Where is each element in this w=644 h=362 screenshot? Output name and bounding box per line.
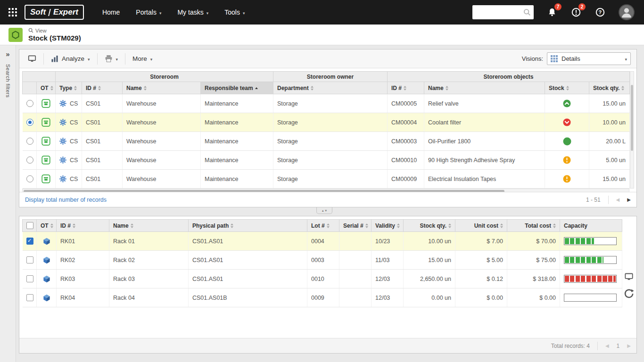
panel-splitter-handle[interactable] [316, 207, 332, 214]
print-button[interactable] [99, 52, 124, 66]
stock-qty: 0.00 un [404, 288, 455, 307]
nav-tools[interactable]: Tools [216, 0, 253, 25]
expand-filters-button[interactable] [6, 50, 9, 58]
column-header-total-cost-10[interactable]: Total cost [507, 220, 560, 232]
department: Storage [273, 132, 388, 151]
nav-portals[interactable]: Portals [128, 0, 169, 25]
next-page-button[interactable] [627, 197, 631, 202]
chevron-down-icon [159, 8, 162, 16]
rack-row-2[interactable]: RK03 Rack 03 CS01.AS01 0010 12/03 2,650.… [23, 270, 622, 288]
object-id: CM00004 [388, 113, 424, 132]
serial [339, 251, 372, 270]
object-cube-icon [43, 275, 50, 283]
column-header-serial-6[interactable]: Serial # [339, 220, 372, 232]
chevron-down-icon [116, 55, 118, 62]
apps-grid-icon [8, 8, 17, 16]
sort-icon [553, 223, 556, 228]
nav-my-tasks[interactable]: My tasks [169, 0, 216, 25]
rack-row-1[interactable]: RK02 Rack 02 CS01.AS01 0003 11/03 15.00 … [23, 251, 622, 270]
type-value: CS [70, 176, 78, 182]
row-select-radio[interactable] [26, 175, 33, 182]
column-header-ot-1[interactable]: OT [37, 220, 57, 232]
validity: 11/03 [372, 251, 404, 270]
column-header-validity-7[interactable]: Validity [372, 220, 404, 232]
select-all-checkbox[interactable] [26, 222, 33, 229]
column-group-storeroom-owner: Storeroom owner [273, 72, 388, 82]
column-header-id-2[interactable]: ID # [57, 220, 109, 232]
help-button[interactable]: ? [594, 7, 606, 18]
vertical-scrollbar-thumb[interactable] [631, 85, 633, 151]
details-grid-icon [551, 55, 558, 62]
row-select-checkbox[interactable] [26, 238, 33, 245]
search-icon[interactable] [523, 8, 531, 18]
nav-home[interactable]: Home [94, 0, 128, 25]
more-button[interactable]: More [127, 52, 158, 66]
next-page-button[interactable] [627, 343, 631, 348]
storeroom-name: Warehouse [123, 151, 201, 170]
softexpert-logo[interactable]: Soft Expert [25, 5, 84, 20]
notifications-button[interactable]: 7 [546, 7, 558, 18]
column-group-storeroom-objects: Storeroom objects [388, 72, 630, 82]
storeroom-row-2[interactable]: CS CS01 Warehouse Maintenance Storage CM… [23, 132, 630, 151]
row-select-radio[interactable] [26, 138, 33, 145]
physical-path: CS01.AS01 [189, 251, 307, 270]
app-launcher-button[interactable] [7, 6, 19, 18]
prev-page-button[interactable] [616, 197, 620, 202]
row-select-radio[interactable] [26, 119, 33, 126]
rack-row-0[interactable]: RK01 Rack 01 CS01.AS01 0004 10/23 10.00 … [23, 232, 622, 251]
storeroom-row-0[interactable]: CS CS01 Warehouse Maintenance Storage CM… [23, 94, 630, 113]
column-group-blank [23, 72, 56, 82]
pending-items-button[interactable]: 2 [570, 7, 582, 18]
storeroom-row-4[interactable]: CS CS01 Warehouse Maintenance Storage CM… [23, 170, 630, 189]
storeroom-row-1[interactable]: CS CS01 Warehouse Maintenance Storage CM… [23, 113, 630, 132]
column-header-stock-qty-10[interactable]: Stock qty. [589, 82, 630, 94]
stock-warning-icon [563, 156, 571, 164]
column-header-stock-9[interactable]: Stock [545, 82, 589, 94]
column-header-name-3[interactable]: Name [109, 220, 189, 232]
gear-icon [59, 138, 66, 145]
column-header-ot-1[interactable]: OT [37, 82, 56, 94]
storeroom-row-3[interactable]: CS CS01 Warehouse Maintenance Storage CM… [23, 151, 630, 170]
gear-icon [59, 175, 66, 182]
column-header-name-4[interactable]: Name [123, 82, 201, 94]
column-header-stock-qty-8[interactable]: Stock qty. [404, 220, 455, 232]
maximize-button[interactable] [624, 272, 634, 281]
row-select-radio[interactable] [26, 156, 33, 164]
column-header-physical-path-4[interactable]: Physical path [189, 220, 307, 232]
objects-footer: Total records: 4 1 [19, 338, 636, 353]
stock-qty: 2,650.00 un [404, 270, 455, 288]
row-select-checkbox[interactable] [26, 256, 33, 263]
object-cube-icon [43, 256, 50, 264]
column-group-storeroom: Storeroom [56, 72, 273, 82]
refresh-button[interactable] [624, 288, 634, 299]
toolbar-separator [43, 53, 44, 65]
column-header-unit-cost-9[interactable]: Unit cost [455, 220, 507, 232]
column-header-lot-5[interactable]: Lot # [307, 220, 339, 232]
validity: 10/23 [372, 232, 404, 251]
rack-row-3[interactable]: RK04 Rack 04 CS01.AS01B 0009 12/03 0.00 … [23, 288, 622, 307]
visions-select[interactable]: Details [547, 52, 631, 65]
column-header-responsible-team-5[interactable]: Responsible team [201, 82, 273, 94]
user-avatar[interactable] [619, 4, 635, 20]
analyze-button[interactable]: Analyze [45, 52, 96, 66]
sort-icon [311, 86, 314, 90]
object-cube-icon [43, 294, 50, 302]
row-select-checkbox[interactable] [26, 294, 33, 301]
column-header-id-7[interactable]: ID # [388, 82, 424, 94]
prev-page-button[interactable] [605, 343, 609, 348]
row-select-checkbox[interactable] [26, 275, 33, 282]
top-app-bar: Soft Expert HomePortalsMy tasksTools 7 2… [0, 0, 644, 25]
notification-badge: 7 [554, 3, 561, 10]
row-select-radio[interactable] [26, 100, 33, 107]
display-mode-button[interactable] [22, 52, 42, 66]
column-header-department-6[interactable]: Department [273, 82, 388, 94]
sort-icon [621, 86, 624, 90]
column-header-name-8[interactable]: Name [424, 82, 545, 94]
lot: 0003 [307, 251, 339, 270]
column-header-type-2[interactable]: Type [56, 82, 82, 94]
pager-separator [597, 342, 598, 350]
stock-full-icon [563, 137, 571, 146]
rack-id: RK02 [57, 251, 109, 270]
column-header-id-3[interactable]: ID # [82, 82, 123, 94]
display-total-link[interactable]: Display total number of records [25, 197, 107, 203]
